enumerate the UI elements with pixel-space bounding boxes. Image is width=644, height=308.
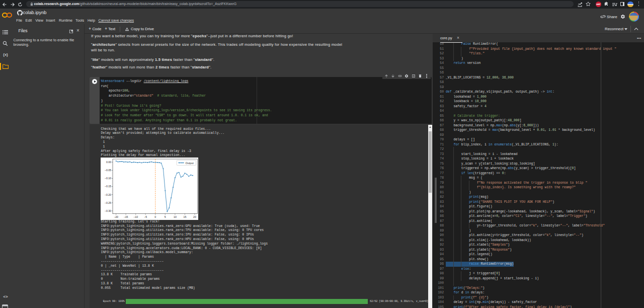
svg-text:0.00: 0.00 — [106, 161, 111, 164]
svg-text:−0.05: −0.05 — [105, 169, 111, 172]
svg-text:15: 15 — [184, 215, 187, 218]
svg-text:10: 10 — [174, 215, 177, 218]
svg-text:5: 5 — [165, 215, 166, 218]
svg-text:−0.25: −0.25 — [105, 201, 111, 204]
svg-text:−20: −20 — [114, 215, 118, 218]
svg-text:−15: −15 — [124, 215, 128, 218]
svg-text:−0.30: −0.30 — [105, 209, 111, 212]
svg-text:0: 0 — [154, 215, 156, 218]
svg-text:−0.10: −0.10 — [105, 177, 111, 180]
svg-text:−0.20: −0.20 — [105, 193, 111, 196]
svg-text:20: 20 — [193, 215, 196, 218]
svg-text:−5: −5 — [144, 215, 147, 218]
svg-text:−10: −10 — [133, 215, 138, 218]
svg-text:Output: Output — [186, 162, 194, 165]
svg-text:−0.15: −0.15 — [105, 185, 111, 188]
